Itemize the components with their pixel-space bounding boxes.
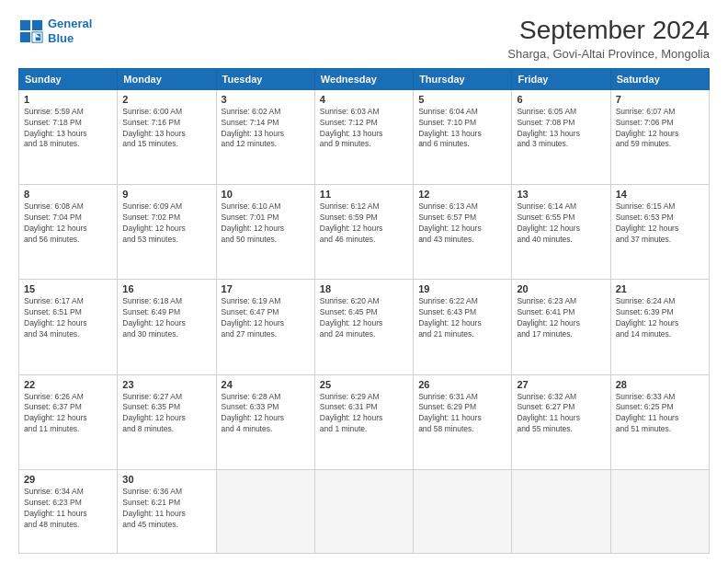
calendar-cell: 10Sunrise: 6:10 AM Sunset: 7:01 PM Dayli… [216,185,314,280]
calendar-cell: 15Sunrise: 6:17 AM Sunset: 6:51 PM Dayli… [19,280,118,374]
logo: General Blue [18,17,92,45]
day-info: Sunrise: 6:20 AM Sunset: 6:45 PM Dayligh… [320,296,408,340]
calendar-cell: 29Sunrise: 6:34 AM Sunset: 6:23 PM Dayli… [19,469,118,553]
calendar-cell [610,469,709,553]
day-number: 7 [616,94,704,105]
day-info: Sunrise: 6:33 AM Sunset: 6:25 PM Dayligh… [616,392,704,436]
page-header: General Blue September 2024 Sharga, Govi… [18,17,710,61]
day-info: Sunrise: 6:22 AM Sunset: 6:43 PM Dayligh… [418,296,506,340]
calendar-cell: 27Sunrise: 6:32 AM Sunset: 6:27 PM Dayli… [512,374,610,469]
day-number: 29 [24,474,112,485]
calendar-table: SundayMondayTuesdayWednesdayThursdayFrid… [18,68,710,554]
calendar-cell [512,469,610,553]
day-info: Sunrise: 6:32 AM Sunset: 6:27 PM Dayligh… [517,392,605,436]
calendar-cell: 9Sunrise: 6:09 AM Sunset: 7:02 PM Daylig… [118,185,216,280]
calendar-cell: 20Sunrise: 6:23 AM Sunset: 6:41 PM Dayli… [512,280,610,374]
day-number: 24 [222,379,310,390]
day-number: 11 [320,189,408,200]
subtitle: Sharga, Govi-Altai Province, Mongolia [507,47,710,61]
day-number: 10 [222,189,310,200]
calendar-cell: 24Sunrise: 6:28 AM Sunset: 6:33 PM Dayli… [216,374,314,469]
logo-text: General Blue [48,17,92,45]
calendar-cell: 25Sunrise: 6:29 AM Sunset: 6:31 PM Dayli… [314,374,413,469]
day-info: Sunrise: 6:03 AM Sunset: 7:12 PM Dayligh… [320,107,408,151]
day-number: 2 [122,94,210,105]
day-info: Sunrise: 6:24 AM Sunset: 6:39 PM Dayligh… [616,296,704,340]
day-number: 18 [320,283,408,294]
day-info: Sunrise: 6:05 AM Sunset: 7:08 PM Dayligh… [517,107,605,151]
calendar-cell: 1Sunrise: 5:59 AM Sunset: 7:18 PM Daylig… [19,89,118,184]
calendar-cell: 26Sunrise: 6:31 AM Sunset: 6:29 PM Dayli… [414,374,512,469]
day-number: 19 [418,283,506,294]
calendar-cell: 4Sunrise: 6:03 AM Sunset: 7:12 PM Daylig… [314,89,413,184]
col-header-tuesday: Tuesday [216,68,314,89]
calendar-cell: 12Sunrise: 6:13 AM Sunset: 6:57 PM Dayli… [414,185,512,280]
day-number: 27 [517,379,605,390]
col-header-wednesday: Wednesday [314,68,413,89]
day-info: Sunrise: 6:19 AM Sunset: 6:47 PM Dayligh… [222,296,310,340]
col-header-saturday: Saturday [610,68,709,89]
svg-rect-1 [20,19,30,29]
day-info: Sunrise: 6:29 AM Sunset: 6:31 PM Dayligh… [320,392,408,436]
day-info: Sunrise: 6:12 AM Sunset: 6:59 PM Dayligh… [320,201,408,246]
calendar-cell [216,469,314,553]
calendar-cell: 23Sunrise: 6:27 AM Sunset: 6:35 PM Dayli… [118,374,216,469]
day-info: Sunrise: 6:02 AM Sunset: 7:14 PM Dayligh… [222,107,310,151]
day-info: Sunrise: 6:07 AM Sunset: 7:06 PM Dayligh… [616,107,704,151]
day-info: Sunrise: 6:09 AM Sunset: 7:02 PM Dayligh… [122,201,210,246]
day-number: 1 [24,94,112,105]
day-number: 30 [122,474,210,485]
col-header-thursday: Thursday [414,68,512,89]
col-header-monday: Monday [118,68,216,89]
calendar-cell: 6Sunrise: 6:05 AM Sunset: 7:08 PM Daylig… [512,89,610,184]
calendar-cell: 11Sunrise: 6:12 AM Sunset: 6:59 PM Dayli… [314,185,413,280]
logo-icon [18,18,44,44]
day-info: Sunrise: 6:18 AM Sunset: 6:49 PM Dayligh… [122,296,210,340]
calendar-cell: 14Sunrise: 6:15 AM Sunset: 6:53 PM Dayli… [610,185,709,280]
calendar-cell [414,469,512,553]
day-info: Sunrise: 6:34 AM Sunset: 6:23 PM Dayligh… [24,487,112,531]
day-info: Sunrise: 6:00 AM Sunset: 7:16 PM Dayligh… [122,107,210,151]
day-number: 8 [24,189,112,200]
calendar-cell: 22Sunrise: 6:26 AM Sunset: 6:37 PM Dayli… [19,374,118,469]
day-number: 28 [616,379,704,390]
day-number: 4 [320,94,408,105]
day-number: 22 [24,379,112,390]
svg-rect-3 [20,32,30,42]
day-info: Sunrise: 6:26 AM Sunset: 6:37 PM Dayligh… [24,392,112,436]
calendar-cell: 5Sunrise: 6:04 AM Sunset: 7:10 PM Daylig… [414,89,512,184]
calendar-cell: 2Sunrise: 6:00 AM Sunset: 7:16 PM Daylig… [118,89,216,184]
day-info: Sunrise: 6:31 AM Sunset: 6:29 PM Dayligh… [418,392,506,436]
day-info: Sunrise: 6:14 AM Sunset: 6:55 PM Dayligh… [517,201,605,246]
main-title: September 2024 [507,17,710,45]
title-block: September 2024 Sharga, Govi-Altai Provin… [507,17,710,61]
day-number: 12 [418,189,506,200]
day-info: Sunrise: 6:04 AM Sunset: 7:10 PM Dayligh… [418,107,506,151]
day-number: 13 [517,189,605,200]
calendar-cell: 7Sunrise: 6:07 AM Sunset: 7:06 PM Daylig… [610,89,709,184]
day-number: 15 [24,283,112,294]
calendar-cell: 28Sunrise: 6:33 AM Sunset: 6:25 PM Dayli… [610,374,709,469]
day-number: 6 [517,94,605,105]
calendar-cell: 21Sunrise: 6:24 AM Sunset: 6:39 PM Dayli… [610,280,709,374]
calendar-cell [314,469,413,553]
calendar-cell: 19Sunrise: 6:22 AM Sunset: 6:43 PM Dayli… [414,280,512,374]
day-number: 23 [122,379,210,390]
calendar-cell: 13Sunrise: 6:14 AM Sunset: 6:55 PM Dayli… [512,185,610,280]
calendar-cell: 17Sunrise: 6:19 AM Sunset: 6:47 PM Dayli… [216,280,314,374]
calendar-cell: 16Sunrise: 6:18 AM Sunset: 6:49 PM Dayli… [118,280,216,374]
day-info: Sunrise: 6:17 AM Sunset: 6:51 PM Dayligh… [24,296,112,340]
day-number: 25 [320,379,408,390]
day-number: 5 [418,94,506,105]
day-number: 9 [122,189,210,200]
svg-rect-2 [32,19,42,29]
day-info: Sunrise: 6:28 AM Sunset: 6:33 PM Dayligh… [222,392,310,436]
day-number: 21 [616,283,704,294]
col-header-friday: Friday [512,68,610,89]
calendar-cell: 8Sunrise: 6:08 AM Sunset: 7:04 PM Daylig… [19,185,118,280]
day-number: 16 [122,283,210,294]
day-number: 3 [222,94,310,105]
calendar-cell: 30Sunrise: 6:36 AM Sunset: 6:21 PM Dayli… [118,469,216,553]
day-number: 17 [222,283,310,294]
calendar-cell: 18Sunrise: 6:20 AM Sunset: 6:45 PM Dayli… [314,280,413,374]
